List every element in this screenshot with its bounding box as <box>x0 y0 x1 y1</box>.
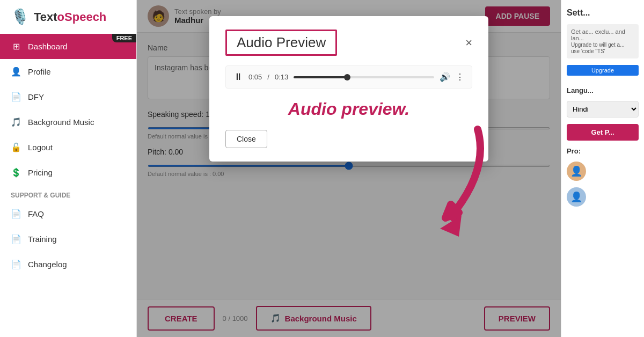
logo-text-before: Text <box>34 10 57 24</box>
promo-box: Get ac... exclu... and lan... Upgrade to… <box>567 24 639 58</box>
pro-avatar-1: 👤 <box>567 162 586 181</box>
audio-preview-text: Audio preview. <box>225 99 472 119</box>
modal-overlay: Audio Preview × ⏸ 0:05 / 0:13 🔊 ⋮ Audio … <box>137 0 561 337</box>
pause-button[interactable]: ⏸ <box>233 71 243 83</box>
sidebar-item-dfy[interactable]: 📄 DFY <box>0 84 136 109</box>
modal-title: Audio Preview <box>225 30 337 56</box>
right-sidebar: Sett... Get ac... exclu... and lan... Up… <box>561 0 644 337</box>
upgrade-button[interactable]: Upgrade <box>567 65 639 76</box>
svg-marker-0 <box>440 215 462 237</box>
more-options-button[interactable]: ⋮ <box>456 72 464 82</box>
dashboard-icon: ⊞ <box>11 41 21 52</box>
promo-text: Get ac... exclu... and lan... <box>571 28 625 41</box>
sidebar-item-logout[interactable]: 🔓 Logout <box>0 135 136 160</box>
language-select[interactable]: Hindi English <box>567 101 639 118</box>
pro-avatar-2: 👤 <box>567 187 586 207</box>
sidebar-dashboard-label: Dashboard <box>28 42 67 51</box>
sidebar-pricing-label: Pricing <box>28 168 53 177</box>
audio-preview-modal: Audio Preview × ⏸ 0:05 / 0:13 🔊 ⋮ Audio … <box>209 16 488 162</box>
main-content: 🧑 Text spoken by Madhur ADD PAUSE Name I… <box>137 0 561 337</box>
audio-player: ⏸ 0:05 / 0:13 🔊 ⋮ <box>225 65 472 89</box>
sidebar-item-pricing[interactable]: 💲 Pricing <box>0 160 136 185</box>
modal-close-button[interactable]: × <box>465 37 472 49</box>
sidebar-faq-label: FAQ <box>28 209 44 218</box>
time-total: 0:13 <box>275 73 288 81</box>
sidebar-profile-label: Profile <box>28 67 51 76</box>
free-badge: FREE <box>112 34 136 42</box>
get-pro-button[interactable]: Get P... <box>567 124 639 141</box>
sidebar-bg-music-label: Background Music <box>28 118 94 127</box>
time-separator: / <box>267 73 269 81</box>
sidebar-item-changelog[interactable]: 📄 Changelog <box>0 252 136 277</box>
logo-text: TextoSpeech <box>34 10 106 24</box>
sidebar-item-profile[interactable]: 👤 Profile <box>0 59 136 84</box>
logo-icon: 🎙️ <box>11 8 30 26</box>
close-button[interactable]: Close <box>225 130 267 148</box>
dfy-icon: 📄 <box>11 92 21 102</box>
arrow-annotation <box>392 124 499 247</box>
sidebar-logout-label: Logout <box>28 143 53 152</box>
music-icon: 🎵 <box>11 117 21 127</box>
sidebar-item-background-music[interactable]: 🎵 Background Music <box>0 109 136 135</box>
time-current: 0:05 <box>248 73 262 81</box>
volume-button[interactable]: 🔊 <box>440 72 450 82</box>
pricing-icon: 💲 <box>11 167 21 178</box>
pro-label: Pro: <box>567 147 639 155</box>
upgrade-note: Upgrade to will get a... use 'code ''TS' <box>571 42 625 54</box>
progress-dot <box>344 74 350 80</box>
sidebar: 🎙️ TextoSpeech ⊞ Dashboard FREE 👤 Profil… <box>0 0 137 337</box>
sidebar-dfy-label: DFY <box>28 92 44 101</box>
logo-text-bold: oSpeech <box>57 10 107 24</box>
progress-fill <box>294 76 347 78</box>
training-icon: 📄 <box>11 234 21 244</box>
language-label: Langu... <box>567 86 639 94</box>
changelog-icon: 📄 <box>11 259 21 269</box>
faq-icon: 📄 <box>11 209 21 219</box>
progress-bar[interactable] <box>294 76 434 78</box>
sidebar-item-dashboard[interactable]: ⊞ Dashboard FREE <box>0 34 136 59</box>
sidebar-changelog-label: Changelog <box>28 260 67 269</box>
sidebar-training-label: Training <box>28 235 57 244</box>
sidebar-item-training[interactable]: 📄 Training <box>0 226 136 252</box>
support-section-label: Support & Guide <box>0 185 136 201</box>
logout-icon: 🔓 <box>11 142 21 152</box>
logo: 🎙️ TextoSpeech <box>0 0 136 34</box>
modal-header: Audio Preview × <box>225 30 472 56</box>
profile-icon: 👤 <box>11 67 21 77</box>
settings-title: Sett... <box>567 8 639 18</box>
sidebar-item-faq[interactable]: 📄 FAQ <box>0 201 136 226</box>
